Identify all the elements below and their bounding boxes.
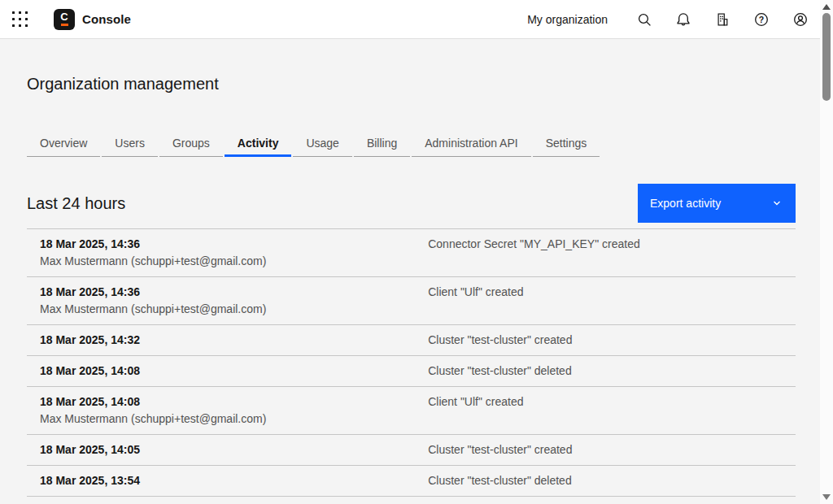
tab-users[interactable]: Users [102,128,158,157]
timestamp-cell: 18 Mar 2025, 14:08 [27,356,415,386]
table-row: 18 Mar 2025, 14:36 Max Mustermann (schup… [27,228,796,276]
profile-button[interactable] [781,0,820,38]
logo-orange-bar [61,24,68,26]
topbar-actions: My organization [527,0,820,38]
user-avatar-icon [792,11,809,28]
tab-activity[interactable]: Activity [225,128,292,157]
event-cell: Cluster "test-cluster" created [415,325,796,355]
table-row: 18 Mar 2025, 14:08 Max Mustermann (schup… [27,386,796,434]
building-icon [714,11,731,28]
activity-table: 18 Mar 2025, 14:36 Max Mustermann (schup… [27,228,796,497]
timestamp-cell: 18 Mar 2025, 14:36 Max Mustermann (schup… [27,277,415,324]
event-cell: Cluster "test-cluster" created [415,435,796,465]
console-logo: C [54,9,75,30]
timestamp-cell: 18 Mar 2025, 13:54 [27,466,415,496]
export-activity-label: Export activity [650,197,721,210]
row-user: Max Mustermann (schuppi+test@gmail.com) [40,411,402,428]
product-title: Console [82,12,131,26]
row-timestamp: 18 Mar 2025, 14:08 [40,393,402,411]
row-timestamp: 18 Mar 2025, 14:36 [40,284,402,301]
timestamp-cell: 18 Mar 2025, 14:36 Max Mustermann (schup… [27,229,415,276]
timestamp-cell: 18 Mar 2025, 14:08 Max Mustermann (schup… [27,387,415,434]
row-user: Max Mustermann (schuppi+test@gmail.com) [40,253,402,270]
page-content: Organization management Overview Users G… [0,39,820,497]
row-timestamp: 18 Mar 2025, 13:54 [40,472,402,489]
svg-text:?: ? [759,14,764,24]
row-timestamp: 18 Mar 2025, 14:36 [40,236,402,253]
tab-bar: Overview Users Groups Activity Usage Bil… [27,128,796,157]
table-row: 18 Mar 2025, 13:54 Cluster "test-cluster… [27,465,796,497]
table-row: 18 Mar 2025, 14:08 Cluster "test-cluster… [27,355,796,386]
top-navigation-bar: C Console My organization [0,0,820,39]
tab-usage[interactable]: Usage [293,128,351,157]
chevron-down-icon [770,197,783,210]
vertical-scrollbar[interactable] [820,0,833,504]
event-cell: Client "Ulf" created [415,387,796,434]
bell-icon [675,11,691,28]
help-icon: ? [753,11,770,28]
tab-billing[interactable]: Billing [354,128,410,157]
table-row: 18 Mar 2025, 14:32 Cluster "test-cluster… [27,324,796,355]
timestamp-cell: 18 Mar 2025, 14:32 [27,325,415,355]
page-title: Organization management [27,39,796,93]
tab-groups[interactable]: Groups [159,128,223,157]
table-row: 18 Mar 2025, 14:36 Max Mustermann (schup… [27,276,796,324]
main-area: C Console My organization [0,0,820,504]
event-cell: Cluster "test-cluster" deleted [415,466,796,496]
event-cell: Client "Ulf" created [415,277,796,324]
section-title: Last 24 hours [27,194,125,213]
tab-settings[interactable]: Settings [533,128,600,157]
timestamp-cell: 18 Mar 2025, 14:05 [27,435,415,465]
row-timestamp: 18 Mar 2025, 14:05 [40,441,402,458]
app-switcher-icon [12,11,28,27]
notifications-button[interactable] [664,0,703,38]
row-timestamp: 18 Mar 2025, 14:32 [40,332,402,349]
row-timestamp: 18 Mar 2025, 14:08 [40,363,402,380]
event-cell: Cluster "test-cluster" deleted [415,356,796,386]
tab-overview[interactable]: Overview [27,128,100,157]
app-switcher-button[interactable] [0,0,39,38]
row-user: Max Mustermann (schuppi+test@gmail.com) [40,301,402,318]
search-button[interactable] [625,0,664,38]
scrollbar-down-arrow[interactable] [822,494,831,500]
logo-letter: C [60,12,68,22]
activity-section-header: Last 24 hours Export activity [27,184,796,223]
help-button[interactable]: ? [742,0,781,38]
organization-button[interactable] [703,0,742,38]
event-cell: Connector Secret "MY_API_KEY" created [415,229,796,276]
my-organization-button[interactable]: My organization [527,0,608,38]
tab-administration-api[interactable]: Administration API [412,128,530,157]
search-icon [636,11,652,28]
scrollbar-up-arrow[interactable] [822,4,831,10]
table-row: 18 Mar 2025, 14:05 Cluster "test-cluster… [27,434,796,465]
export-activity-button[interactable]: Export activity [638,184,796,223]
scrollbar-thumb[interactable] [822,13,831,101]
